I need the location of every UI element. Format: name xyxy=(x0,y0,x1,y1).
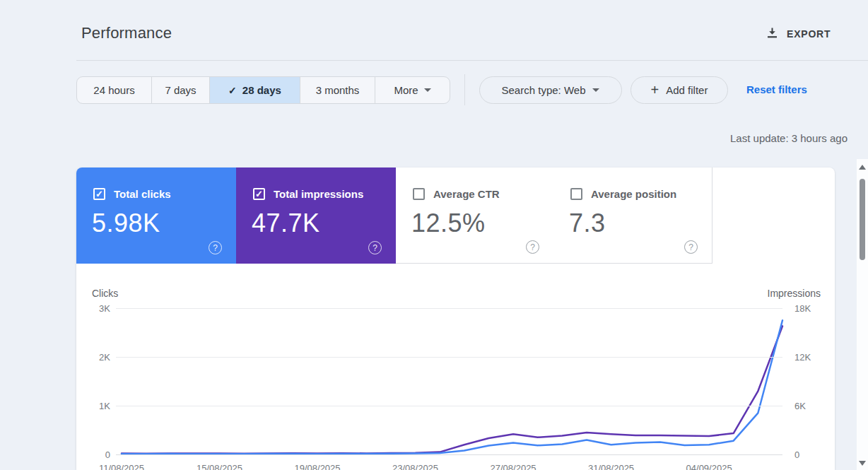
right-axis-tick: 6K xyxy=(794,401,806,411)
date-range-label: 24 hours xyxy=(93,84,134,96)
check-icon: ✓ xyxy=(255,189,263,199)
export-button[interactable]: EXPORT xyxy=(766,24,831,44)
metric-card-label: Total clicks xyxy=(114,188,171,200)
metric-card-header: Average position xyxy=(570,188,676,200)
export-label: EXPORT xyxy=(787,28,831,40)
chart-line-total-clicks xyxy=(122,320,782,454)
check-icon: ✓ xyxy=(228,85,237,96)
metric-card-average-position[interactable]: Average position7.3? xyxy=(553,168,712,264)
date-range-label: More xyxy=(394,84,418,96)
performance-chart: Clicks Impressions 3K18K2K12K1K6K0011/08… xyxy=(76,276,835,470)
chevron-down-icon xyxy=(592,88,599,92)
metric-card-label: Total impressions xyxy=(274,188,363,200)
download-icon xyxy=(766,27,778,42)
checkbox-checked-icon[interactable]: ✓ xyxy=(93,188,105,200)
left-axis-tick: 3K xyxy=(76,303,110,314)
performance-page: Performance EXPORT 24 hours7 days✓28 day… xyxy=(0,0,868,470)
metric-card-total-impressions[interactable]: ✓Total impressions47.7K? xyxy=(236,168,396,264)
metric-card-average-ctr[interactable]: Average CTR12.5%? xyxy=(396,168,553,264)
date-range-selector: 24 hours7 days✓28 days3 monthsMore xyxy=(76,76,450,104)
add-filter-label: Add filter xyxy=(666,84,708,96)
metric-card-value: 47.7K xyxy=(252,208,320,238)
x-axis-tick: 23/08/2025 xyxy=(392,463,438,470)
scrollbar-thumb[interactable] xyxy=(860,179,865,260)
date-range-label: 28 days xyxy=(242,84,281,96)
metric-cards-row: ✓Total clicks5.98K?✓Total impressions47.… xyxy=(76,168,712,264)
plus-icon: + xyxy=(651,83,659,97)
checkbox-unchecked-icon[interactable] xyxy=(413,188,425,200)
x-axis-tick: 31/08/2025 xyxy=(588,463,634,470)
help-icon[interactable]: ? xyxy=(526,240,539,254)
metric-card-label: Average position xyxy=(591,188,676,200)
add-filter-button[interactable]: + Add filter xyxy=(631,76,728,104)
date-range-label: 7 days xyxy=(165,84,196,96)
metric-card-header: Average CTR xyxy=(413,188,500,200)
gridline xyxy=(116,357,782,358)
help-icon[interactable]: ? xyxy=(209,241,222,254)
x-axis-tick: 27/08/2025 xyxy=(491,463,536,470)
metric-card-value: 5.98K xyxy=(92,208,160,238)
metric-card-header: ✓Total clicks xyxy=(93,188,171,200)
header-divider xyxy=(76,60,868,61)
chart-line-total-impressions xyxy=(122,326,782,453)
date-range-label: 3 months xyxy=(316,84,360,96)
metric-card-value: 7.3 xyxy=(569,208,606,238)
date-range-button-3-months[interactable]: 3 months xyxy=(300,77,375,103)
left-axis-tick: 0 xyxy=(76,450,110,460)
date-range-button-7-days[interactable]: 7 days xyxy=(152,77,210,103)
gridline xyxy=(116,308,782,309)
search-type-dropdown[interactable]: Search type: Web xyxy=(479,76,622,104)
x-axis-tick: 04/09/2025 xyxy=(686,463,732,470)
date-range-button-24-hours[interactable]: 24 hours xyxy=(77,77,152,103)
gridline xyxy=(116,454,782,455)
metric-card-value: 12.5% xyxy=(411,208,486,238)
x-axis-tick: 15/08/2025 xyxy=(197,463,242,470)
last-update-text: Last update: 3 hours ago xyxy=(730,132,848,144)
x-axis-tick: 19/08/2025 xyxy=(294,463,340,470)
checkbox-unchecked-icon[interactable] xyxy=(570,188,582,200)
chart-lines-svg xyxy=(76,276,835,470)
help-icon[interactable]: ? xyxy=(368,241,382,254)
scroll-down-arrow[interactable] xyxy=(859,461,866,466)
search-type-label: Search type: Web xyxy=(502,84,586,96)
metric-card-header: ✓Total impressions xyxy=(253,188,363,200)
left-axis-tick: 1K xyxy=(76,401,110,411)
checkbox-checked-icon[interactable]: ✓ xyxy=(253,188,265,200)
performance-panel: ✓Total clicks5.98K?✓Total impressions47.… xyxy=(76,168,835,470)
reset-filters-link[interactable]: Reset filters xyxy=(746,83,807,95)
metric-card-label: Average CTR xyxy=(433,188,500,200)
right-axis-tick: 0 xyxy=(794,450,799,460)
left-axis-tick: 2K xyxy=(76,352,110,363)
gridline xyxy=(116,406,782,406)
check-icon: ✓ xyxy=(95,189,103,199)
x-axis-tick: 11/08/2025 xyxy=(99,463,144,470)
right-axis-tick: 12K xyxy=(794,352,811,363)
date-range-button-more[interactable]: More xyxy=(375,77,450,103)
help-icon[interactable]: ? xyxy=(684,240,698,254)
right-axis-tick: 18K xyxy=(794,303,811,314)
date-range-button-28-days[interactable]: ✓28 days xyxy=(210,77,300,103)
metric-card-total-clicks[interactable]: ✓Total clicks5.98K? xyxy=(76,168,236,264)
filter-bar-divider xyxy=(464,74,465,105)
page-title: Performance xyxy=(81,24,172,42)
scroll-up-arrow[interactable] xyxy=(859,165,866,170)
chevron-down-icon xyxy=(424,88,431,92)
scrollbar xyxy=(857,159,868,470)
